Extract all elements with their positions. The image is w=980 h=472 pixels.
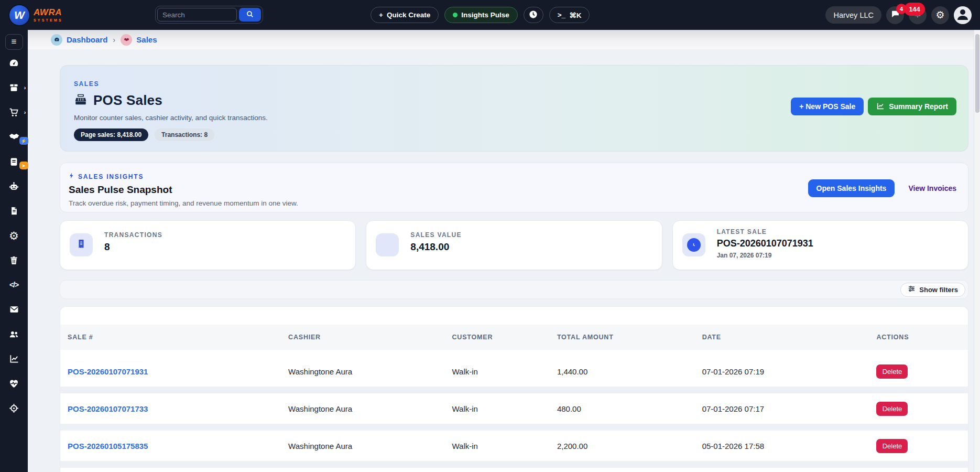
filter-bar: Show filters <box>60 280 968 299</box>
sales-value-icon <box>376 233 399 256</box>
delete-button[interactable]: Delete <box>876 364 908 379</box>
show-filters-button[interactable]: Show filters <box>900 283 965 297</box>
quick-create-button[interactable]: + Quick Create <box>371 7 439 23</box>
column-header-customer: CUSTOMER <box>452 334 557 341</box>
sales-hand-icon <box>121 34 132 46</box>
sidebar-item-dashboard[interactable] <box>5 57 23 69</box>
summary-report-button[interactable]: Summary Report <box>868 98 956 115</box>
page-sales-badge: Page sales: 8,418.00 <box>74 128 148 141</box>
sidebar-item-sales[interactable]: › <box>5 106 23 118</box>
delete-button[interactable]: Delete <box>876 439 908 453</box>
brand-logo[interactable]: W AWRA SYSTEMS <box>9 0 63 30</box>
chart-icon <box>876 102 885 112</box>
sidebar: ≡ › › ⚡ ➤ <box>0 30 28 472</box>
arrow-badge-icon: ➤ <box>19 162 28 169</box>
hero-eyebrow: SALES <box>74 80 956 88</box>
stat-label: SALES VALUE <box>410 231 661 239</box>
sidebar-toggle-button[interactable]: ≡ <box>5 34 23 50</box>
stat-label: LATEST SALE <box>717 228 968 235</box>
page-scrollbar[interactable] <box>974 30 980 472</box>
pos-sales-hero-card: SALES POS Sales Monitor counter sales, c… <box>60 65 968 152</box>
dashboard-gauge-icon <box>51 34 62 46</box>
messages-button[interactable]: 4 <box>886 6 904 24</box>
stat-value: 8 <box>104 241 355 253</box>
cashier-cell: Washingtone Aura <box>288 367 452 376</box>
sidebar-item-reports[interactable] <box>5 353 23 364</box>
breadcrumb-dashboard[interactable]: Dashboard <box>51 34 107 46</box>
open-sales-insights-button[interactable]: Open Sales Insights <box>808 179 895 197</box>
company-selector[interactable]: Harvey LLC <box>825 6 881 24</box>
search-icon <box>246 10 254 20</box>
search-button[interactable] <box>239 8 261 22</box>
pulse-dot-icon <box>453 13 458 17</box>
date-cell: 07-01-2026 07:19 <box>702 367 877 376</box>
stat-card-sales-value: SALES VALUE 8,418.00 <box>366 220 662 270</box>
sale-number-link[interactable]: POS-20260107071733 <box>68 404 148 413</box>
sale-number-link[interactable]: POS-20260107071931 <box>68 367 148 376</box>
stat-value: POS-20260107071931 <box>717 238 968 249</box>
sidebar-item-assistant[interactable] <box>5 180 23 192</box>
crosshair-icon <box>8 403 19 414</box>
sidebar-item-documents[interactable] <box>5 205 23 217</box>
handshake-icon <box>8 131 20 143</box>
date-cell: 05-01-2026 17:58 <box>702 442 877 450</box>
view-invoices-link[interactable]: View Invoices <box>908 184 956 192</box>
column-header-cashier: CASHIER <box>288 334 452 341</box>
sidebar-item-settings[interactable]: ⚙ <box>5 230 23 241</box>
breadcrumb-sales[interactable]: Sales <box>121 34 157 46</box>
insights-subtitle: Track overdue risk, payment timing, and … <box>69 199 956 207</box>
sales-table: SALE # CASHIER CUSTOMER TOTAL AMOUNT DAT… <box>60 306 968 472</box>
table-header: SALE # CASHIER CUSTOMER TOTAL AMOUNT DAT… <box>60 325 968 350</box>
sidebar-item-mail[interactable] <box>5 304 23 315</box>
column-header-actions: ACTIONS <box>876 334 957 341</box>
sidebar-item-products[interactable]: › <box>5 82 23 93</box>
history-clock-button[interactable] <box>524 7 543 23</box>
profile-button[interactable] <box>954 6 972 24</box>
table-row: POS-20260107071931 Washingtone Aura Walk… <box>60 356 968 387</box>
cashier-cell: Washingtone Aura <box>288 442 452 450</box>
sliders-icon <box>908 285 916 294</box>
sidebar-item-ledger[interactable]: ➤ <box>5 156 23 167</box>
scrollbar-thumb[interactable] <box>975 34 979 113</box>
receipt-icon <box>76 239 86 251</box>
line-chart-icon <box>9 353 19 364</box>
breadcrumb-separator: › <box>113 35 115 44</box>
search-input[interactable] <box>157 8 237 22</box>
command-palette-button[interactable]: >_ ⌘K <box>549 7 590 23</box>
sales-insights-card: SALES INSIGHTS Sales Pulse Snapshot Trac… <box>60 163 968 212</box>
customer-cell: Walk-in <box>452 404 557 413</box>
sidebar-item-health[interactable] <box>5 378 23 389</box>
sidebar-item-users[interactable] <box>5 328 23 340</box>
plus-icon: + <box>379 11 383 19</box>
settings-button[interactable]: ⚙ <box>931 6 949 24</box>
terminal-prompt-icon: >_ <box>558 11 565 19</box>
new-pos-sale-button[interactable]: + New POS Sale <box>791 98 864 115</box>
sidebar-item-partners[interactable]: ⚡ <box>5 131 23 143</box>
file-icon <box>9 206 19 216</box>
stat-value: 8,418.00 <box>410 241 661 253</box>
heart-pulse-icon <box>8 378 19 389</box>
chevron-right-icon: › <box>24 109 26 115</box>
ledger-book-icon <box>9 157 19 167</box>
insights-pulse-button[interactable]: Insights Pulse <box>444 7 518 23</box>
code-icon: </> <box>9 281 18 289</box>
sidebar-item-developer[interactable]: </> <box>5 279 23 291</box>
breadcrumb: Dashboard › Sales <box>28 30 980 49</box>
stat-label: TRANSACTIONS <box>104 231 355 239</box>
robot-icon <box>8 181 19 192</box>
brand-subname: SYSTEMS <box>34 18 63 22</box>
trash-icon <box>9 255 19 265</box>
delete-button[interactable]: Delete <box>876 402 908 416</box>
column-header-date: DATE <box>702 334 877 341</box>
stat-subtext: Jan 07, 2026 07:19 <box>717 252 968 259</box>
top-navbar: W AWRA SYSTEMS + Quick Create Insights P… <box>0 0 980 30</box>
sidebar-item-target[interactable] <box>5 402 23 414</box>
sidebar-item-trash[interactable] <box>5 254 23 266</box>
transactions-badge: Transactions: 8 <box>155 128 214 141</box>
gear-icon: ⚙ <box>9 230 19 241</box>
notifications-button[interactable]: 144 <box>909 6 927 24</box>
cart-icon <box>8 107 19 118</box>
package-icon <box>9 83 19 93</box>
lightning-icon <box>69 172 75 181</box>
sale-number-link[interactable]: POS-20260105175835 <box>68 442 148 450</box>
